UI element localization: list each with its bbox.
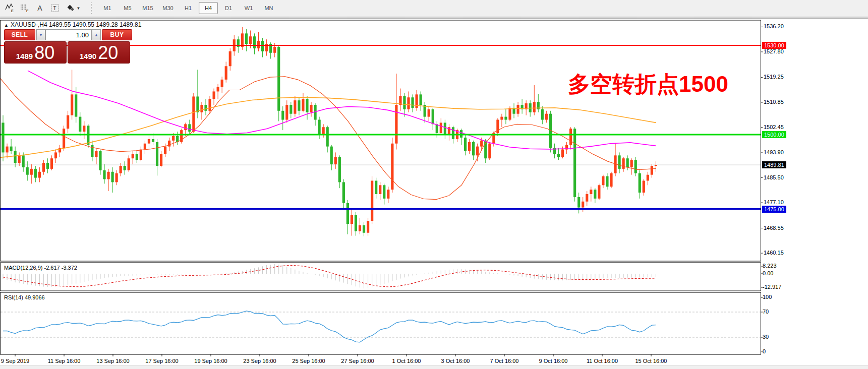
symbol-ohlc-line: ▲XAUUSD-,H4 1489.55 1490.55 1489.28 1489… <box>4 21 141 28</box>
spin-up-icon: ▲ <box>94 33 98 37</box>
timeframe-group: M1M5M15M30H1H4D1W1MN <box>97 2 279 14</box>
spin-down-icon: ▼ <box>39 33 43 37</box>
indicator-tick-label: 8.223 <box>763 263 777 269</box>
volume-up-button[interactable]: ▲ <box>92 29 101 40</box>
time-label: 1 Oct 16:00 <box>392 358 421 364</box>
tf-button-H1[interactable]: H1 <box>179 2 198 14</box>
tf-button-D1[interactable]: D1 <box>219 2 238 14</box>
sell-price-small: 1489 <box>16 52 33 60</box>
text-a-icon[interactable]: A <box>33 2 47 15</box>
time-label: 17 Sep 16:00 <box>145 358 178 364</box>
buy-button[interactable]: BUY <box>102 29 132 40</box>
price-badge: 1489.81 <box>762 161 786 168</box>
indicator-tick-label: -12.917 <box>763 284 781 290</box>
time-label: 23 Sep 16:00 <box>243 358 276 364</box>
tf-button-M15[interactable]: M15 <box>138 2 157 14</box>
cursor-tool-icon[interactable]: ▼ <box>63 2 83 15</box>
time-label: 11 Sep 16:00 <box>48 358 81 364</box>
status-bar <box>0 365 868 369</box>
chart-canvas <box>0 19 868 369</box>
price-tick-label: 1502.45 <box>764 124 784 130</box>
price-tick-label: 1468.55 <box>764 225 784 231</box>
time-label: 9 Oct 16:00 <box>539 358 568 364</box>
svg-text:E: E <box>11 9 14 13</box>
time-label: 13 Sep 16:00 <box>96 358 129 364</box>
price-tick-label: 1460.15 <box>764 250 784 256</box>
tf-button-MN[interactable]: MN <box>259 2 278 14</box>
patterns-glyph: E <box>5 3 15 13</box>
price-tick-label: 1477.10 <box>764 199 784 205</box>
buy-price-panel[interactable]: 1490 20 <box>68 41 130 64</box>
patterns-e-icon[interactable]: E <box>3 2 17 15</box>
tf-button-M1[interactable]: M1 <box>98 2 117 14</box>
price-tick-label: 1493.90 <box>764 149 784 155</box>
indicator-tick-label: 30 <box>763 334 769 340</box>
toolbar-handle[interactable] <box>91 3 93 14</box>
mt4-window: E F A T ▼ M1M5M15M30H1H4D1W1MN <box>0 0 868 369</box>
volume-input[interactable] <box>45 29 92 40</box>
volume-down-button[interactable]: ▼ <box>36 29 45 40</box>
price-badge: 1500.00 <box>762 131 786 138</box>
cursor-tool-glyph <box>66 3 76 13</box>
price-tick-label: 1519.25 <box>764 74 784 80</box>
indicator-tick-label: 0.00 <box>763 270 773 276</box>
time-label: 11 Oct 16:00 <box>587 358 618 364</box>
indicator-tick-label: 70 <box>763 309 769 315</box>
price-badge: 1475.00 <box>762 206 786 213</box>
tf-button-M30[interactable]: M30 <box>158 2 178 14</box>
macd-pane-label: MACD(12,26,9) -2.617 -3.372 <box>4 265 77 271</box>
collapse-triangle-icon[interactable]: ▲ <box>4 23 9 28</box>
price-badge: 1530.00 <box>762 42 786 49</box>
grid-glyph: F <box>20 3 30 13</box>
indicator-tick-label: 100 <box>763 294 772 300</box>
rsi-pane-label: RSI(14) 49.9066 <box>4 294 45 300</box>
tf-button-W1[interactable]: W1 <box>239 2 258 14</box>
grid-f-icon[interactable]: F <box>18 2 32 15</box>
tf-button-H4[interactable]: H4 <box>199 2 218 14</box>
time-label: 3 Oct 16:00 <box>441 358 470 364</box>
text-a-glyph: A <box>37 4 42 12</box>
price-tick-label: 1485.50 <box>764 174 784 180</box>
price-tick-label: 1536.20 <box>764 23 784 29</box>
buy-price-big: 20 <box>98 43 118 63</box>
indicator-tick-label: 0 <box>763 348 766 354</box>
time-label: 25 Sep 16:00 <box>292 358 325 364</box>
text-box-glyph: T <box>50 3 60 13</box>
sell-price-panel[interactable]: 1489 80 <box>4 41 67 64</box>
toolbar: E F A T ▼ M1M5M15M30H1H4D1W1MN <box>0 0 868 16</box>
text-box-icon[interactable]: T <box>48 2 62 15</box>
svg-text:F: F <box>26 9 29 13</box>
time-label: 7 Oct 16:00 <box>490 358 519 364</box>
chart-area[interactable]: ▲XAUUSD-,H4 1489.55 1490.55 1489.28 1489… <box>0 19 868 365</box>
tf-button-M5[interactable]: M5 <box>118 2 137 14</box>
price-tick-label: 1510.85 <box>764 99 784 105</box>
buy-price-small: 1490 <box>80 52 96 60</box>
time-label: 19 Sep 16:00 <box>194 358 227 364</box>
svg-text:T: T <box>53 6 56 11</box>
time-label: 9 Sep 2019 <box>1 358 29 364</box>
time-label: 27 Sep 16:00 <box>341 358 374 364</box>
sell-price-big: 80 <box>34 43 54 63</box>
chart-annotation-text: 多空转折点1500 <box>568 70 728 99</box>
sell-button[interactable]: SELL <box>4 29 35 40</box>
dropdown-caret-icon: ▼ <box>77 6 81 11</box>
time-label: 15 Oct 16:00 <box>635 358 667 364</box>
price-tick-label: 1527.80 <box>764 48 784 54</box>
